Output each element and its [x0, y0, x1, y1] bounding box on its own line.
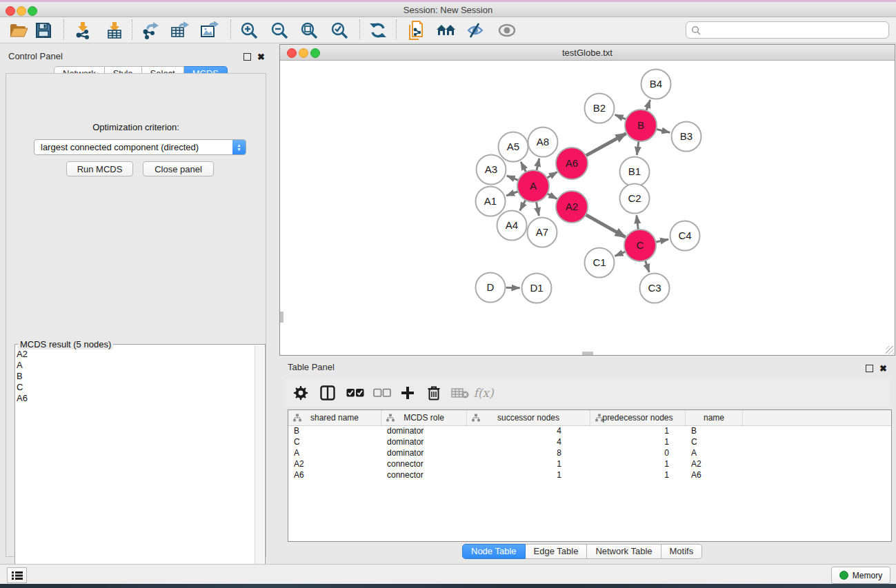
result-list-item[interactable]: C — [17, 382, 28, 393]
column-header-shared-name[interactable]: shared name — [288, 410, 381, 425]
graph-node-A4[interactable]: A4 — [497, 211, 527, 241]
table-row[interactable]: Adominator80A — [288, 447, 891, 458]
graph-edge-B-B2[interactable] — [615, 114, 627, 119]
float-panel-icon[interactable] — [243, 51, 251, 63]
memory-status-icon — [839, 571, 848, 580]
close-panel-button[interactable]: Close panel — [143, 161, 214, 176]
graph-node-C[interactable]: C — [624, 230, 656, 261]
tab-node-table[interactable]: Node Table — [462, 544, 526, 559]
import-table-icon[interactable] — [103, 19, 126, 41]
graph-node-C4[interactable]: C4 — [670, 221, 700, 251]
gear-icon[interactable] — [290, 383, 312, 403]
table-row[interactable]: Bdominator41B — [288, 425, 891, 436]
criterion-dropdown[interactable]: largest connected component (directed) ▲… — [34, 139, 246, 155]
table-row[interactable]: A2connector11A2 — [288, 458, 891, 469]
export-table-icon[interactable] — [168, 19, 192, 41]
result-list-item[interactable]: A2 — [17, 349, 28, 360]
tab-motifs[interactable]: Motifs — [661, 544, 703, 559]
new-network-from-selection-icon[interactable] — [404, 19, 428, 41]
graph-edge-A6-B[interactable] — [586, 134, 626, 156]
run-mcds-button[interactable]: Run MCDS — [66, 161, 133, 176]
table-float-panel-icon[interactable] — [866, 363, 873, 375]
graph-edge-C-C1[interactable] — [615, 252, 626, 256]
toolbar-separator — [359, 19, 360, 40]
graph-node-A3[interactable]: A3 — [477, 155, 506, 185]
column-header-name[interactable]: name — [686, 410, 743, 425]
graph-edge-A-A1[interactable] — [506, 192, 519, 196]
zoom-out-icon[interactable] — [268, 19, 291, 41]
show-all-networks-icon[interactable] — [435, 19, 458, 41]
hide-graphics-details-icon[interactable] — [464, 19, 488, 41]
graph-node-C2[interactable]: C2 — [620, 184, 650, 214]
graph-edge-A-A8[interactable] — [537, 159, 539, 171]
graph-edge-C-C4[interactable] — [655, 239, 668, 242]
graph-edge-C-C3[interactable] — [645, 260, 649, 272]
window-resize-grip[interactable] — [886, 346, 894, 354]
graph-edge-A-A5[interactable] — [521, 162, 526, 172]
save-session-icon[interactable] — [32, 19, 55, 41]
graph-edge-A-A2[interactable] — [547, 194, 557, 199]
export-image-icon[interactable] — [198, 19, 221, 41]
select-all-icon[interactable] — [344, 383, 366, 403]
graph-node-label: A — [530, 180, 537, 192]
close-panel-icon[interactable]: ✖ — [257, 50, 265, 63]
graph-node-B2[interactable]: B2 — [585, 94, 615, 123]
mcds-result-list[interactable]: A2ABCA6 — [17, 349, 28, 404]
tab-edge-table[interactable]: Edge Table — [526, 544, 588, 559]
result-list-item[interactable]: A6 — [17, 393, 28, 404]
zoom-selected-icon[interactable] — [328, 19, 351, 41]
tab-network-table[interactable]: Network Table — [587, 544, 661, 559]
graph-edge-A-A4[interactable] — [520, 200, 526, 211]
export-network-icon[interactable] — [139, 19, 162, 41]
split-columns-icon[interactable] — [317, 383, 339, 403]
graph-node-B4[interactable]: B4 — [641, 70, 671, 99]
graph-edge-A2-C[interactable] — [586, 214, 626, 237]
graph-edge-A-A6[interactable] — [546, 172, 557, 178]
result-list-item[interactable]: B — [17, 371, 28, 382]
import-network-icon[interactable] — [71, 19, 94, 41]
refresh-icon[interactable] — [366, 19, 390, 41]
graph-edge-A-A3[interactable] — [507, 176, 519, 181]
result-scrollbar[interactable] — [255, 345, 264, 578]
graph-node-D1[interactable]: D1 — [522, 274, 552, 303]
table-close-panel-icon[interactable]: ✖ — [879, 362, 887, 374]
search-input[interactable] — [704, 25, 888, 36]
node-table[interactable]: shared nameMCDS rolesuccessor nodesprede… — [288, 409, 892, 542]
graph-node-A8[interactable]: A8 — [528, 128, 558, 157]
graph-node-D[interactable]: D — [476, 273, 506, 303]
graph-edge-B-B3[interactable] — [656, 129, 670, 132]
memory-button[interactable]: Memory — [831, 567, 890, 584]
graph-edge-C-C2[interactable] — [637, 215, 639, 230]
graph-node-B1[interactable]: B1 — [620, 157, 650, 187]
network-canvas[interactable]: B4B2BB3A8A5A6A3B1AC2A1A2A4A7C4CC1C3DD1 — [280, 61, 895, 355]
graph-node-A[interactable]: A — [517, 170, 549, 202]
network-graph[interactable]: B4B2BB3A8A5A6A3B1AC2A1A2A4A7C4CC1C3DD1 — [280, 61, 895, 355]
graph-node-A5[interactable]: A5 — [499, 132, 528, 162]
graph-node-A6[interactable]: A6 — [556, 148, 588, 179]
graph-node-A2[interactable]: A2 — [556, 191, 588, 223]
graph-node-B3[interactable]: B3 — [672, 122, 701, 152]
graph-edge-B-B1[interactable] — [637, 141, 639, 154]
search-field[interactable] — [686, 21, 889, 39]
column-header-predecessor-nodes[interactable]: predecessor nodes — [590, 410, 686, 425]
graph-node-A7[interactable]: A7 — [528, 218, 557, 247]
zoom-fit-icon[interactable] — [297, 19, 321, 41]
graph-node-B[interactable]: B — [625, 110, 657, 141]
graph-node-C1[interactable]: C1 — [585, 248, 615, 278]
column-header-successor-nodes[interactable]: successor nodes — [467, 410, 590, 425]
graph-edge-A-A7[interactable] — [536, 201, 539, 216]
deselect-all-icon[interactable] — [371, 383, 393, 403]
table-row[interactable]: Cdominator41C — [288, 436, 891, 447]
graph-node-A1[interactable]: A1 — [476, 187, 506, 216]
table-row[interactable]: A6connector11A6 — [288, 469, 891, 480]
graph-node-C3[interactable]: C3 — [640, 274, 670, 303]
column-header-MCDS-role[interactable]: MCDS role — [381, 410, 467, 425]
show-graphics-details-icon[interactable] — [495, 19, 519, 41]
open-file-icon[interactable] — [7, 19, 30, 41]
graph-edge-B-B4[interactable] — [646, 100, 650, 111]
task-history-button[interactable] — [7, 567, 27, 583]
result-list-item[interactable]: A — [17, 360, 28, 371]
zoom-in-icon[interactable] — [237, 19, 261, 41]
delete-icon[interactable] — [423, 383, 445, 403]
add-column-icon[interactable] — [397, 383, 419, 403]
